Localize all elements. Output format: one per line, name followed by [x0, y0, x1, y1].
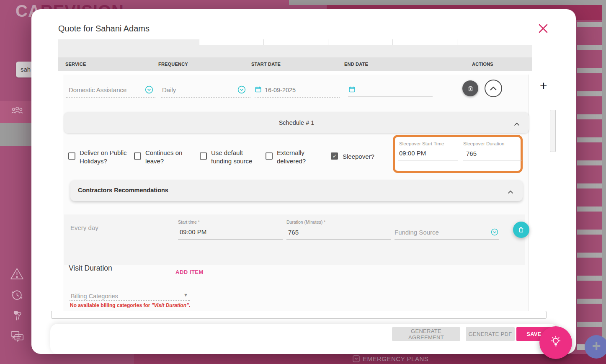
sleepover-start-time-field[interactable]: 09:00 PM: [399, 150, 426, 157]
alerts-icon[interactable]: [10, 267, 24, 282]
field-underline: [395, 239, 499, 240]
page-scrollbar[interactable]: [602, 0, 606, 364]
checkbox-sleepover[interactable]: [331, 152, 338, 160]
checkbox-continues-on-leave[interactable]: [134, 152, 141, 160]
checkbox-label: Continues on leave?: [145, 149, 195, 165]
calendar-icon[interactable]: [348, 86, 356, 95]
history-icon[interactable]: [10, 288, 24, 304]
add-service-button[interactable]: +: [540, 79, 547, 93]
emergency-plans-bar[interactable]: EMERGENCY PLANS: [134, 354, 606, 364]
start-date-underline: [255, 97, 340, 98]
suggestions-fab-button[interactable]: [539, 326, 572, 359]
chevron-box-icon[interactable]: [353, 355, 360, 364]
tab-item[interactable]: [263, 39, 328, 45]
sleepover-highlight-panel: Sleepover Start Time 09:00 PM Sleepover …: [393, 135, 523, 173]
wellbeing-icon[interactable]: [10, 309, 24, 324]
day-label: Every day: [70, 224, 98, 231]
checkbox-label: Sleepover?: [343, 152, 374, 161]
contractors-collapse-bar[interactable]: Contractors Recommendations: [70, 180, 523, 201]
schedule-collapse-bar[interactable]: Schedule # 1: [64, 112, 529, 133]
tab-item[interactable]: [328, 39, 392, 45]
end-date-underline: [348, 96, 433, 97]
toolbar-band: [58, 45, 532, 57]
people-group-icon[interactable]: [11, 106, 23, 117]
error-period: .: [189, 302, 190, 308]
emergency-plans-label: EMERGENCY PLANS: [363, 355, 428, 362]
start-time-field[interactable]: 09:00 PM: [180, 228, 206, 235]
quote-modal: Quote for Sahani Adams SERVICE FREQUENCY…: [31, 9, 576, 354]
schedule-title: Schedule # 1: [64, 112, 529, 133]
service-select[interactable]: Domestic Assistance: [69, 86, 126, 93]
field-underline: [463, 160, 522, 160]
chevron-down-icon[interactable]: [145, 85, 153, 96]
caret-down-icon[interactable]: ▼: [183, 292, 188, 297]
lightbulb-icon: [549, 335, 562, 351]
field-underline: [178, 239, 283, 240]
tab-item[interactable]: [457, 39, 521, 45]
start-time-label: Start time *: [178, 219, 200, 225]
app-stage: CAREVISION sah: [0, 0, 606, 364]
chevron-down-icon[interactable]: [491, 228, 498, 238]
contractors-title: Contractors Recommendations: [78, 187, 168, 194]
checkbox-default-funding[interactable]: [200, 152, 207, 160]
col-header-actions: ACTIONS: [472, 62, 493, 67]
calendar-icon[interactable]: [255, 86, 262, 95]
checkbox-externally-delivered[interactable]: [266, 152, 273, 160]
field-underline: [70, 300, 190, 301]
chevron-down-icon[interactable]: [237, 85, 246, 96]
field-underline: [286, 239, 391, 240]
messages-icon[interactable]: [10, 330, 24, 344]
error-text: No available billing categories for: [70, 302, 152, 308]
fab-connector: [577, 344, 585, 350]
service-row-panel: Domestic Assistance Daily 16-09-2025: [64, 75, 529, 312]
tab-item[interactable]: [392, 39, 457, 45]
checkbox-label: Externally delivered?: [277, 149, 326, 165]
service-tabs: [58, 39, 532, 45]
duration-field[interactable]: 765: [288, 229, 299, 236]
col-header-frequency: FREQUENCY: [158, 62, 188, 67]
plus-icon: +: [592, 337, 601, 355]
checkbox-label: Deliver on Public Holidays?: [80, 149, 129, 165]
duration-label: Duration (Minutes) *: [286, 219, 325, 225]
frequency-underline: [161, 97, 250, 98]
generate-pdf-button[interactable]: GENERATE PDF: [466, 327, 515, 341]
funding-source-select[interactable]: Funding Source: [395, 229, 439, 236]
add-fab-button[interactable]: +: [585, 335, 606, 359]
delete-service-button[interactable]: [462, 80, 478, 96]
billing-error-message: No available billing categories for "Vis…: [70, 302, 190, 308]
modal-title: Quote for Sahani Adams: [58, 24, 150, 34]
col-header-service: SERVICE: [65, 62, 86, 67]
error-emphasis: "Visit Duration": [152, 302, 189, 308]
field-underline: [398, 160, 458, 160]
sleepover-start-time-label: Sleepover Start Time: [399, 141, 444, 146]
close-icon[interactable]: [538, 23, 549, 34]
service-underline: [66, 97, 155, 98]
tab-item[interactable]: [58, 39, 199, 45]
visit-duration-title: Visit Duration: [69, 264, 112, 273]
col-header-end-date: END DATE: [344, 62, 368, 67]
generate-agreement-button[interactable]: GENERATE AGREEMENT: [392, 327, 460, 341]
modal-scrollbar-thumb[interactable]: [550, 110, 556, 152]
checkbox-public-holidays[interactable]: [68, 152, 75, 160]
sleepover-duration-label: Sleepover Duration: [463, 141, 504, 146]
col-header-start-date: START DATE: [251, 62, 281, 67]
billing-categories-select[interactable]: Billing Categories: [71, 293, 118, 299]
tab-item[interactable]: [199, 39, 263, 45]
start-date-field[interactable]: 16-09-2025: [265, 87, 296, 93]
delete-schedule-item-button[interactable]: [513, 222, 529, 238]
modal-footer: GENERATE AGREEMENT GENERATE PDF SAVE: [50, 324, 558, 354]
chevron-up-icon[interactable]: [514, 120, 520, 128]
checkbox-label: Use default funding source: [211, 149, 260, 165]
schedule-day-row: Every day Start time * 09:00 PM Duration…: [64, 214, 525, 265]
horizontal-scrollbar[interactable]: [51, 311, 547, 319]
frequency-select[interactable]: Daily: [162, 86, 176, 93]
sleepover-duration-field[interactable]: 765: [466, 150, 477, 157]
table-header: SERVICE FREQUENCY START DATE END DATE AC…: [58, 57, 532, 71]
collapse-service-button[interactable]: [485, 80, 502, 97]
add-item-button[interactable]: ADD ITEM: [175, 269, 204, 275]
background-top-strip: [289, 0, 606, 5]
chevron-up-icon[interactable]: [508, 188, 513, 196]
